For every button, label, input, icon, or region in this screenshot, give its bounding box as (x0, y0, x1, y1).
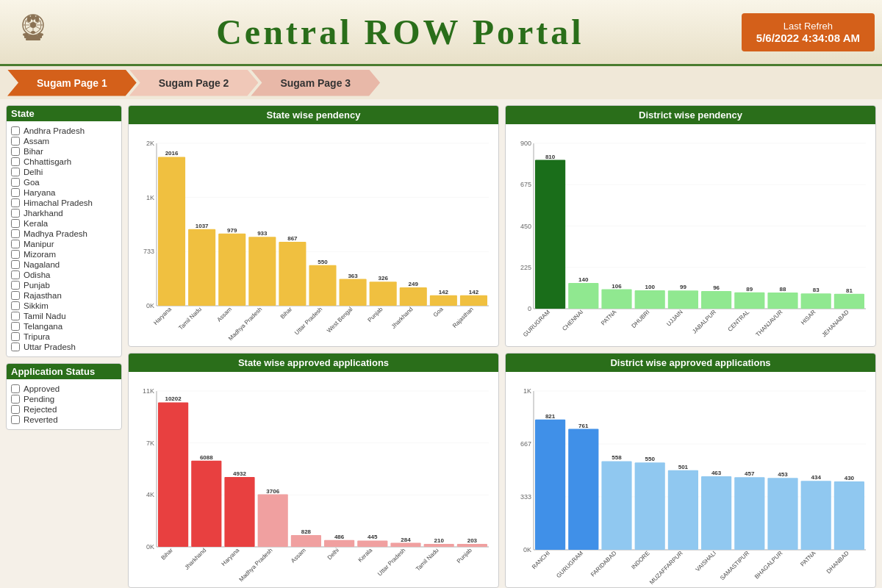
state-item-madhya-pradesh[interactable]: Madhya Pradesh (11, 229, 117, 239)
logo (7, 7, 59, 58)
svg-text:Jharkhand: Jharkhand (183, 547, 207, 571)
svg-rect-128 (390, 543, 420, 547)
svg-text:667: 667 (520, 440, 531, 448)
state-filter-section: State Andhra Pradesh Assam Bihar Chhatti… (6, 105, 122, 357)
status-item-rejected[interactable]: Rejected (11, 404, 117, 415)
svg-text:1K: 1K (523, 387, 531, 395)
svg-rect-152 (601, 461, 631, 550)
svg-text:89: 89 (746, 286, 753, 293)
svg-rect-77 (635, 290, 665, 309)
svg-text:210: 210 (434, 537, 445, 544)
svg-text:363: 363 (348, 273, 358, 279)
state-item-bihar[interactable]: Bihar (11, 146, 117, 157)
svg-text:810: 810 (545, 154, 556, 160)
svg-text:457: 457 (745, 470, 755, 477)
svg-rect-27 (188, 229, 215, 306)
svg-text:Assam: Assam (215, 306, 233, 323)
svg-rect-125 (357, 540, 387, 547)
svg-rect-24 (158, 157, 185, 306)
charts-area: State wise pendency 0K7331K2K2016Haryana… (128, 105, 876, 582)
svg-rect-146 (535, 420, 565, 550)
svg-text:Bihar: Bihar (279, 306, 294, 320)
state-item-haryana[interactable]: Haryana (11, 187, 117, 198)
state-section-title: State (7, 106, 121, 121)
svg-text:463: 463 (711, 470, 722, 476)
svg-text:GURUGRAM: GURUGRAM (555, 550, 584, 579)
svg-text:1037: 1037 (196, 223, 209, 229)
state-item-manipur[interactable]: Manipur (11, 239, 117, 249)
svg-text:UJJAIN: UJJAIN (665, 309, 684, 328)
state-item-andhra-pradesh[interactable]: Andhra Pradesh (11, 126, 117, 136)
state-item-punjab[interactable]: Punjab (11, 280, 117, 290)
state-item-delhi[interactable]: Delhi (11, 167, 117, 177)
main-content: State Andhra Pradesh Assam Bihar Chhatti… (0, 99, 882, 588)
svg-rect-83 (701, 291, 731, 309)
tab-sugam-page-2[interactable]: Sugam Page 2 (129, 70, 259, 96)
state-item-telangana[interactable]: Telangana (11, 321, 117, 331)
district-approved-chart: 0K3336671K821RANCHI761GURUGRAM558FARIDAB… (506, 372, 875, 587)
state-item-chhattisgarh[interactable]: Chhattisgarh (11, 157, 117, 167)
svg-text:Delhi: Delhi (326, 547, 340, 561)
district-pendency-panel: District wise pendency 0225450675900810G… (505, 105, 876, 347)
status-item-reverted[interactable]: Reverted (11, 415, 117, 425)
svg-text:JABALPUR: JABALPUR (691, 309, 717, 335)
state-item-uttar-pradesh[interactable]: Uttar Pradesh (11, 342, 117, 352)
state-item-assam[interactable]: Assam (11, 136, 117, 146)
navigation-tabs: Sugam Page 1 Sugam Page 2 Sugam Page 3 (0, 66, 882, 99)
svg-text:501: 501 (678, 464, 689, 470)
state-pendency-chart: 0K7331K2K2016Haryana1037Tamil Nadu979Ass… (129, 124, 498, 346)
svg-text:PATNA: PATNA (600, 309, 618, 327)
state-item-himachal-pradesh[interactable]: Himachal Pradesh (11, 198, 117, 208)
svg-text:2016: 2016 (165, 150, 179, 157)
status-item-pending[interactable]: Pending (11, 394, 117, 404)
svg-rect-33 (248, 237, 276, 306)
svg-text:1K: 1K (146, 194, 154, 201)
svg-text:BHAGALPUR: BHAGALPUR (753, 550, 784, 580)
svg-text:JEHANABAD: JEHANABAD (820, 309, 850, 338)
status-list: Approved Pending Rejected Reverted (11, 384, 117, 425)
state-pendency-title: State wise pendency (129, 106, 498, 124)
tab-sugam-page-3[interactable]: Sugam Page 3 (251, 70, 380, 96)
svg-text:445: 445 (368, 534, 378, 540)
svg-point-14 (31, 31, 35, 34)
svg-text:Madhya Pradesh: Madhya Pradesh (237, 547, 273, 583)
state-item-jharkhand[interactable]: Jharkhand (11, 208, 117, 218)
tab-sugam-page-1[interactable]: Sugam Page 1 (7, 70, 137, 96)
state-item-nagaland[interactable]: Nagaland (11, 259, 117, 270)
svg-text:CENTRAL: CENTRAL (726, 309, 750, 333)
state-item-goa[interactable]: Goa (11, 177, 117, 187)
status-item-approved[interactable]: Approved (11, 384, 117, 394)
svg-text:6088: 6088 (200, 454, 213, 461)
svg-text:284: 284 (401, 537, 411, 543)
state-item-sikkim[interactable]: Sikkim (11, 301, 117, 311)
svg-text:3706: 3706 (266, 488, 279, 495)
state-item-rajasthan[interactable]: Rajasthan (11, 290, 117, 301)
svg-rect-54 (460, 295, 487, 306)
state-item-tripura[interactable]: Tripura (11, 331, 117, 342)
state-approved-chart: 0K4K7K11K10202Bihar6088Jharkhand4932Hary… (129, 372, 498, 587)
header: Central ROW Portal Last Refreh 5/6/2022 … (0, 0, 882, 66)
svg-text:900: 900 (520, 140, 531, 147)
svg-rect-161 (701, 476, 731, 550)
district-pendency-title: District wise pendency (506, 106, 875, 124)
svg-rect-107 (158, 402, 188, 547)
svg-rect-164 (734, 477, 764, 550)
state-item-tamil-nadu[interactable]: Tamil Nadu (11, 311, 117, 321)
svg-text:GURUGRAM: GURUGRAM (522, 309, 551, 338)
state-item-odisha[interactable]: Odisha (11, 270, 117, 280)
state-approved-panel: State wise approved applications 0K4K7K1… (128, 353, 499, 588)
svg-text:933: 933 (257, 230, 268, 237)
svg-text:Bihar: Bihar (159, 547, 174, 562)
svg-text:FARIDABAD: FARIDABAD (589, 550, 618, 578)
svg-text:83: 83 (813, 287, 820, 293)
svg-rect-173 (834, 481, 864, 550)
svg-text:RANCHI: RANCHI (531, 550, 551, 570)
svg-text:Uttar Pradesh: Uttar Pradesh (376, 547, 406, 577)
svg-rect-30 (218, 234, 245, 306)
svg-rect-167 (767, 478, 797, 550)
state-item-mizoram[interactable]: Mizoram (11, 249, 117, 259)
svg-text:142: 142 (469, 289, 479, 295)
svg-text:96: 96 (713, 284, 720, 291)
svg-text:Uttar Pradesh: Uttar Pradesh (293, 306, 323, 336)
state-item-kerala[interactable]: Kerala (11, 218, 117, 229)
